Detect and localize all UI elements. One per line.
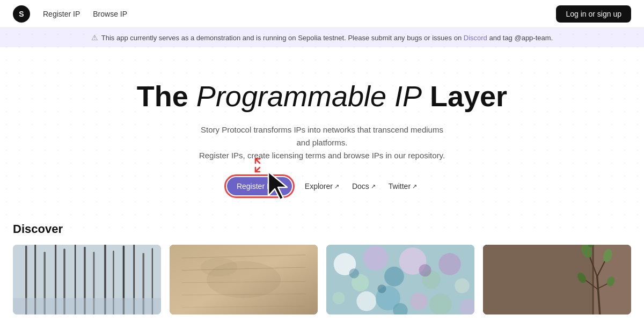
svg-point-50 <box>377 284 386 293</box>
svg-point-43 <box>410 292 427 310</box>
svg-point-31 <box>201 258 238 277</box>
discover-card-plant[interactable] <box>483 245 631 314</box>
svg-point-40 <box>455 279 470 294</box>
discover-card-paper[interactable] <box>170 245 318 314</box>
twitter-link[interactable]: Twitter↗ <box>389 182 417 191</box>
svg-point-44 <box>429 293 451 314</box>
hero-section: The Programmable IP Layer Story Protocol… <box>0 47 644 217</box>
cta-row: Register IP ↗ Explorer↗ Docs↗ Twitter↗ <box>227 177 417 195</box>
discord-link[interactable]: Discord <box>464 34 487 42</box>
discover-card-bubbles[interactable] <box>326 245 474 314</box>
docs-link[interactable]: Docs↗ <box>352 182 376 191</box>
discover-section: Discover <box>0 222 644 314</box>
navbar: S Register IP Browse IP Log in or sign u… <box>0 0 644 28</box>
hero-subtitle: Story Protocol transforms IPs into netwo… <box>193 123 451 162</box>
svg-rect-53 <box>483 245 593 314</box>
register-ip-button[interactable]: Register IP ↗ <box>227 177 292 195</box>
hero-title: The Programmable IP Layer <box>137 79 507 113</box>
navbar-left: S Register IP Browse IP <box>13 5 127 23</box>
svg-point-36 <box>384 267 404 287</box>
svg-point-39 <box>438 253 460 275</box>
login-button[interactable]: Log in or sign up <box>556 5 631 23</box>
svg-point-45 <box>333 292 345 304</box>
svg-point-48 <box>349 268 359 278</box>
banner-text: This app currently serves as a demonstra… <box>101 34 553 42</box>
logo[interactable]: S <box>13 5 30 23</box>
bubbles-image <box>326 245 474 314</box>
svg-point-41 <box>356 291 376 311</box>
twitter-arrow-icon: ↗ <box>412 183 417 190</box>
paper-image <box>170 245 318 314</box>
svg-rect-22 <box>13 298 161 315</box>
announcement-banner: ⚠ This app currently serves as a demonst… <box>0 28 644 47</box>
nav-browse-ip[interactable]: Browse IP <box>93 10 127 18</box>
explorer-arrow-icon: ↗ <box>334 183 339 190</box>
explorer-link[interactable]: Explorer↗ <box>305 182 339 191</box>
forest-image <box>13 245 161 314</box>
warning-icon: ⚠ <box>91 33 98 42</box>
discover-grid <box>13 245 631 314</box>
nav-register-ip[interactable]: Register IP <box>43 10 80 18</box>
discover-card-forest[interactable] <box>13 245 161 314</box>
docs-arrow-icon: ↗ <box>371 183 376 190</box>
svg-point-49 <box>419 264 431 276</box>
plant-image <box>483 245 631 314</box>
discover-title: Discover <box>13 222 631 236</box>
svg-point-35 <box>363 246 388 270</box>
